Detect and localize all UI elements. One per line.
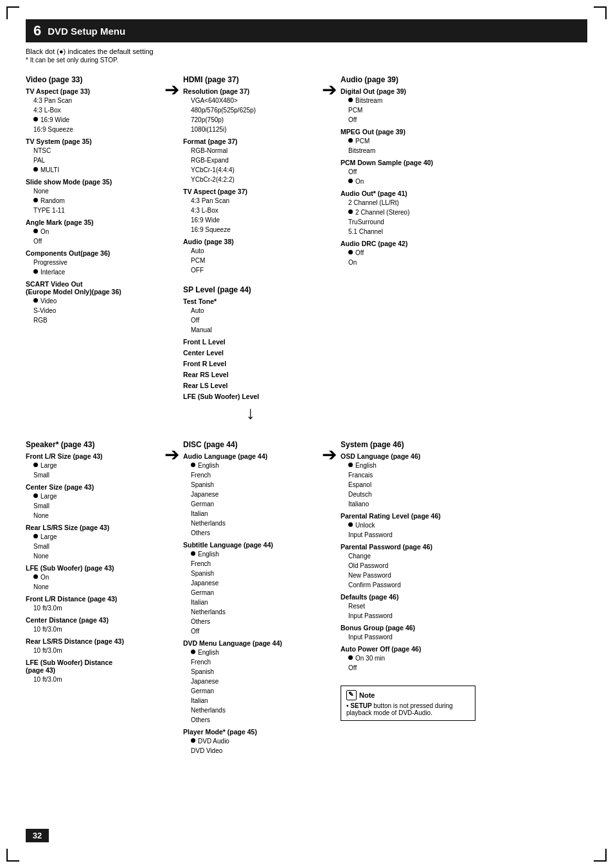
subtitle-lang-item: Spanish — [183, 569, 318, 578]
parental-rating-title: Parental Rating Level (page 46) — [341, 512, 475, 520]
parental-password-item: Change — [341, 551, 475, 561]
resolution-item: 1080i(1125i) — [183, 125, 318, 134]
rear-ls-level: Rear LS Level — [183, 382, 318, 389]
rear-ls-rs-dist-value: 10 ft/3.0m — [26, 646, 161, 655]
audio-lang-item: Spanish — [183, 480, 318, 490]
slideshow-title: Slide show Mode (page 35) — [26, 178, 161, 186]
setup-bold: SETUP — [350, 702, 373, 709]
disc-section: DISC (page 44) Audio Language (page 44) … — [183, 435, 318, 756]
dvd-menu-lang-default: English — [183, 648, 318, 657]
note-text: • SETUP button is not pressed during pla… — [346, 702, 470, 716]
pcm-down-default: On — [341, 177, 475, 186]
arrow-speaker-disc: ➔ — [164, 435, 179, 465]
digital-out-item: PCM — [341, 105, 475, 115]
subtitle-lang-item: Others — [183, 617, 318, 626]
audio-lang-title: Audio Language (page 44) — [183, 452, 318, 460]
dvd-menu-lang-item: Italian — [183, 696, 318, 705]
front-lr-size-item: Small — [26, 470, 161, 480]
mpeg-out-title: MPEG Out (page 39) — [341, 128, 475, 136]
audio-out-default: 2 Channel (Stereo) — [341, 208, 475, 217]
tv-aspect-item: 4:3 Pan Scan — [26, 96, 161, 105]
center-size-title: Center Size (page 43) — [26, 483, 161, 491]
osd-lang-item: Francais — [341, 470, 475, 480]
defaults-title: Defaults (page 46) — [341, 593, 475, 601]
angle-mark-title: Angle Mark (page 35) — [26, 218, 161, 226]
angle-mark-default: On — [26, 227, 161, 236]
audio-out-item: TruSurround — [341, 217, 475, 227]
tv-system-default: MULTI — [26, 165, 161, 175]
player-mode-item: DVD Video — [183, 746, 318, 756]
lfe-default: On — [26, 572, 161, 582]
components-title: Components Out(page 36) — [26, 249, 161, 257]
tv-system-item: PAL — [26, 155, 161, 165]
arrow-video-hdmi: ➔ — [164, 70, 179, 100]
format-item: YCbCr-1(4:4:4) — [183, 165, 318, 175]
player-mode-default: DVD Audio — [183, 736, 318, 746]
rear-ls-rs-size-item: None — [26, 551, 161, 561]
dvd-menu-lang-item: Netherlands — [183, 705, 318, 715]
osd-lang-item: Italiano — [341, 499, 475, 509]
section-header: 6 DVD Setup Menu — [26, 19, 587, 42]
tv-system-title: TV System (page 35) — [26, 137, 161, 145]
scart-item: S-Video — [26, 306, 161, 315]
subtitle-lang-title: Subtitle Language (page 44) — [183, 541, 318, 549]
tv-aspect-default: 16:9 Wide — [26, 115, 161, 125]
defaults-item: Input Password — [341, 611, 475, 621]
front-l-level: Front L Level — [183, 338, 318, 346]
lfe-dist-value: 10 ft/3.0m — [26, 675, 161, 684]
dvd-menu-lang-item: German — [183, 686, 318, 696]
auto-power-item: Off — [341, 663, 475, 673]
parental-password-item: Old Password — [341, 561, 475, 571]
system-section: System (page 46) OSD Language (page 46) … — [341, 435, 475, 721]
osd-lang-default: English — [341, 461, 475, 470]
components-item: Progressive — [26, 258, 161, 267]
audio-lang-default: English — [183, 461, 318, 470]
arrow-disc-system: ➔ — [322, 435, 337, 465]
parental-rating-default: Unlock — [341, 520, 475, 530]
front-lr-size-title: Front L/R Size (page 43) — [26, 452, 161, 460]
center-size-item: Small — [26, 501, 161, 511]
test-tone-item: Manual — [183, 325, 318, 335]
pcm-down-item: Off — [341, 167, 475, 177]
angle-mark-item: Off — [26, 236, 161, 246]
corner-mark-bl — [6, 849, 19, 862]
dvd-menu-lang-item: French — [183, 657, 318, 667]
audio-lang-item: Italian — [183, 509, 318, 518]
test-tone-title: Test Tone* — [183, 297, 318, 305]
note-title: Note — [346, 690, 470, 700]
resolution-item: VGA<640X480> — [183, 96, 318, 105]
rear-ls-rs-dist-title: Rear LS/RS Distance (page 43) — [26, 637, 161, 645]
format-item: RGB-Normal — [183, 146, 318, 155]
lfe-size-title: LFE (Sub Woofer) (page 43) — [26, 564, 161, 572]
dvd-menu-lang-title: DVD Menu Language (page 44) — [183, 639, 318, 647]
corner-mark-tl — [6, 6, 19, 19]
scart-default: Video — [26, 296, 161, 306]
hdmi-tv-aspect-item: 4:3 Pan Scan — [183, 196, 318, 206]
page-number: 32 — [26, 829, 49, 842]
rear-ls-rs-size-default: Large — [26, 532, 161, 542]
osd-lang-title: OSD Language (page 46) — [341, 452, 475, 460]
subtitle-lang-item: Off — [183, 626, 318, 636]
lfe-level: LFE (Sub Woofer) Level — [183, 393, 318, 400]
intro-text2: * It can be set only during STOP. — [26, 57, 587, 64]
components-default: Interlace — [26, 267, 161, 277]
hdmi-audio-item: PCM — [183, 256, 318, 265]
audio-lang-item: French — [183, 470, 318, 480]
tv-aspect-title: TV Aspect (page 33) — [26, 87, 161, 95]
hdmi-tv-aspect-item: 4:3 L-Box — [183, 206, 318, 215]
parental-password-item: Confirm Password — [341, 580, 475, 590]
bonus-group-title: Bonus Group (page 46) — [341, 624, 475, 632]
section-title: DVD Setup Menu — [48, 26, 125, 37]
audio-out-title: Audio Out* (page 41) — [341, 190, 475, 197]
defaults-item: Reset — [341, 601, 475, 611]
arrow-hdmi-audio: ➔ — [322, 70, 337, 100]
front-r-level: Front R Level — [183, 360, 318, 368]
center-dist-value: 10 ft/3.0m — [26, 624, 161, 634]
rear-ls-rs-size-title: Rear LS/RS Size (page 43) — [26, 524, 161, 531]
center-dist-title: Center Distance (page 43) — [26, 616, 161, 624]
format-item: RGB-Expand — [183, 155, 318, 165]
subtitle-lang-item: French — [183, 559, 318, 569]
slideshow-item: TYPE 1-11 — [26, 206, 161, 215]
dvd-menu-lang-item: Others — [183, 715, 318, 725]
resolution-item: 720p(750p) — [183, 115, 318, 125]
